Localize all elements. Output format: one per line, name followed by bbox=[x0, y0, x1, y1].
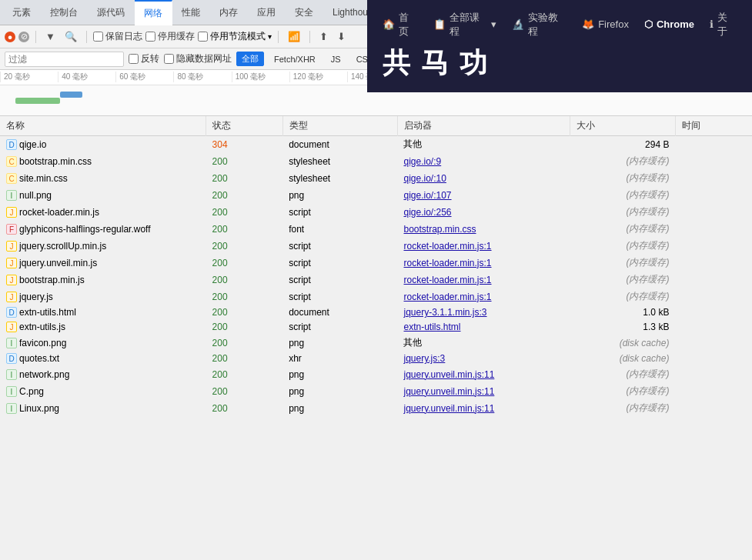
table-row[interactable]: J jquery.unveil.min.js 200 script rocket… bbox=[0, 255, 752, 272]
tab-performance[interactable]: 性能 bbox=[172, 0, 210, 25]
cell-initiator[interactable]: 其他 bbox=[397, 335, 570, 352]
cell-time bbox=[675, 320, 752, 335]
cell-initiator[interactable]: qige.io/:256 bbox=[397, 204, 570, 221]
cell-initiator[interactable]: qige.io/:107 bbox=[397, 187, 570, 204]
table-row[interactable]: I C.png 200 png jquery.unveil.min.js:11 … bbox=[0, 383, 752, 400]
cell-initiator[interactable]: qige.io/:10 bbox=[397, 170, 570, 187]
cell-initiator[interactable]: rocket-loader.min.js:1 bbox=[397, 238, 570, 255]
initiator-link[interactable]: rocket-loader.min.js:1 bbox=[403, 292, 491, 302]
nav-lab[interactable]: 🔬 实验教程 bbox=[512, 11, 567, 38]
tab-memory[interactable]: 内存 bbox=[210, 0, 248, 25]
initiator-link[interactable]: qige.io/:107 bbox=[403, 190, 451, 201]
file-icon: D bbox=[6, 139, 17, 150]
record-button[interactable]: ● bbox=[5, 32, 15, 42]
preserve-log-checkbox[interactable]: 保留日志 bbox=[93, 30, 142, 43]
throttle-select[interactable]: 停用节流模式 ▾ bbox=[198, 30, 272, 43]
cell-initiator[interactable]: jquery.unveil.min.js:11 bbox=[397, 400, 570, 417]
filter-all[interactable]: 全部 bbox=[236, 52, 264, 66]
cell-initiator[interactable]: 其他 bbox=[397, 136, 570, 153]
initiator-link[interactable]: jquery.js:3 bbox=[403, 353, 445, 364]
initiator-link[interactable]: qige.io/:9 bbox=[403, 156, 441, 167]
table-row[interactable]: J jquery.scrollUp.min.js 200 script rock… bbox=[0, 238, 752, 255]
tab-application[interactable]: 应用 bbox=[248, 0, 286, 25]
filter-input[interactable] bbox=[5, 52, 124, 67]
tab-elements[interactable]: 元素 bbox=[3, 0, 41, 25]
filter-js[interactable]: JS bbox=[326, 53, 346, 65]
table-row[interactable]: I favicon.png 200 png 其他 (disk cache) bbox=[0, 335, 752, 352]
cell-initiator[interactable]: extn-utils.html bbox=[397, 320, 570, 335]
table-row[interactable]: C bootstrap.min.css 200 stylesheet qige.… bbox=[0, 153, 752, 170]
export-button[interactable]: ⬇ bbox=[334, 30, 349, 43]
table-row[interactable]: D quotes.txt 200 xhr jquery.js:3 (disk c… bbox=[0, 352, 752, 366]
header-type[interactable]: 类型 bbox=[282, 116, 397, 136]
initiator-link[interactable]: jquery.unveil.min.js:11 bbox=[403, 403, 494, 414]
initiator-link[interactable]: jquery-3.1.1.min.js:3 bbox=[403, 307, 486, 318]
cell-time bbox=[675, 352, 752, 366]
cell-initiator[interactable]: rocket-loader.min.js:1 bbox=[397, 255, 570, 272]
table-row[interactable]: I null.png 200 png qige.io/:107 (内存缓存) bbox=[0, 187, 752, 204]
initiator-link[interactable]: jquery.unveil.min.js:11 bbox=[403, 369, 494, 380]
cell-name: I favicon.png bbox=[0, 335, 206, 352]
search-button[interactable]: 🔍 bbox=[62, 30, 80, 43]
initiator-link[interactable]: bootstrap.min.css bbox=[403, 224, 476, 235]
cell-initiator[interactable]: qige.io/:9 bbox=[397, 153, 570, 170]
filter-fetch-xhr[interactable]: Fetch/XHR bbox=[269, 53, 321, 65]
initiator-link[interactable]: qige.io/:10 bbox=[403, 173, 446, 184]
cell-time bbox=[675, 153, 752, 170]
initiator-link[interactable]: rocket-loader.min.js:1 bbox=[403, 275, 491, 285]
filter-button[interactable]: ▼ bbox=[42, 30, 58, 43]
header-size[interactable]: 大小 bbox=[570, 116, 676, 136]
nav-courses[interactable]: 📋 全部课程 ▾ bbox=[433, 11, 497, 38]
header-time[interactable]: 时间 bbox=[675, 116, 752, 136]
cell-initiator[interactable]: jquery-3.1.1.min.js:3 bbox=[397, 305, 570, 320]
initiator-link[interactable]: rocket-loader.min.js:1 bbox=[403, 258, 491, 268]
cell-initiator[interactable]: rocket-loader.min.js:1 bbox=[397, 272, 570, 288]
nav-firefox[interactable]: 🦊 Firefox bbox=[582, 18, 629, 30]
table-row[interactable]: C site.min.css 200 stylesheet qige.io/:1… bbox=[0, 170, 752, 187]
import-button[interactable]: ⬆ bbox=[316, 30, 331, 43]
cell-initiator[interactable]: bootstrap.min.css bbox=[397, 221, 570, 238]
nav-home[interactable]: 🏠 首页 bbox=[383, 11, 418, 38]
nav-chrome[interactable]: ⬡ Chrome bbox=[644, 18, 694, 30]
table-row[interactable]: J jquery.js 200 script rocket-loader.min… bbox=[0, 288, 752, 305]
table-row[interactable]: J extn-utils.js 200 script extn-utils.ht… bbox=[0, 320, 752, 335]
cell-time bbox=[675, 272, 752, 288]
tab-security[interactable]: 安全 bbox=[286, 0, 323, 25]
table-row[interactable]: D extn-utils.html 200 document jquery-3.… bbox=[0, 305, 752, 320]
cell-status: 200 bbox=[206, 400, 283, 417]
cell-initiator[interactable]: jquery.unveil.min.js:11 bbox=[397, 383, 570, 400]
network-table-container[interactable]: 名称 状态 类型 启动器 大小 时间 D qige.io 304 documen… bbox=[0, 116, 752, 560]
initiator-link[interactable]: rocket-loader.min.js:1 bbox=[403, 241, 491, 252]
hide-data-urls-checkbox[interactable]: 隐藏数据网址 bbox=[164, 52, 232, 65]
header-status[interactable]: 状态 bbox=[206, 116, 283, 136]
stop-button[interactable]: ⊘ bbox=[18, 32, 29, 42]
table-row[interactable]: I Linux.png 200 png jquery.unveil.min.js… bbox=[0, 400, 752, 417]
cell-type: document bbox=[282, 305, 397, 320]
cell-initiator[interactable]: jquery.unveil.min.js:11 bbox=[397, 366, 570, 383]
file-name: network.png bbox=[19, 369, 69, 380]
cell-name: D extn-utils.html bbox=[0, 305, 206, 320]
tab-network[interactable]: 网络 bbox=[135, 0, 172, 25]
table-row[interactable]: J bootstrap.min.js 200 script rocket-loa… bbox=[0, 272, 752, 288]
cell-type: png bbox=[282, 383, 397, 400]
header-name[interactable]: 名称 bbox=[0, 116, 206, 136]
table-row[interactable]: D qige.io 304 document 其他 294 B bbox=[0, 136, 752, 153]
tab-console[interactable]: 控制台 bbox=[41, 0, 88, 25]
table-row[interactable]: J rocket-loader.min.js 200 script qige.i… bbox=[0, 204, 752, 221]
wifi-button[interactable]: 📶 bbox=[285, 30, 303, 43]
tab-sources[interactable]: 源代码 bbox=[88, 0, 135, 25]
table-row[interactable]: F glyphicons-halflings-regular.woff 200 … bbox=[0, 221, 752, 238]
cell-status: 200 bbox=[206, 305, 283, 320]
initiator-link[interactable]: qige.io/:256 bbox=[403, 207, 451, 218]
disable-cache-checkbox[interactable]: 停用缓存 bbox=[145, 30, 195, 43]
file-icon: I bbox=[6, 403, 17, 414]
invert-checkbox[interactable]: 反转 bbox=[129, 52, 159, 65]
cell-initiator[interactable]: rocket-loader.min.js:1 bbox=[397, 288, 570, 305]
cell-initiator[interactable]: jquery.js:3 bbox=[397, 352, 570, 366]
table-row[interactable]: I network.png 200 png jquery.unveil.min.… bbox=[0, 366, 752, 383]
nav-about[interactable]: ℹ 关于 bbox=[710, 11, 737, 38]
initiator-link[interactable]: extn-utils.html bbox=[403, 322, 460, 332]
initiator-link[interactable]: jquery.unveil.min.js:11 bbox=[403, 386, 494, 397]
header-initiator[interactable]: 启动器 bbox=[397, 116, 570, 136]
table-header: 名称 状态 类型 启动器 大小 时间 bbox=[0, 116, 752, 136]
